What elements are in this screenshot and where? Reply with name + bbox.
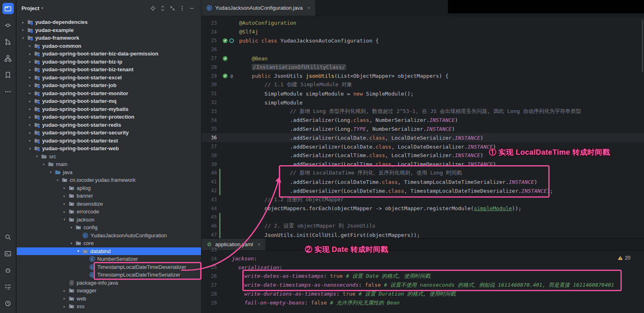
yaml-line-26[interactable]: 26 write-dates-as-timestamps: true # 设置 … [201, 272, 644, 281]
activitybar-more-icon[interactable] [2, 86, 14, 97]
chevron-right-icon[interactable]: ▸ [27, 83, 33, 87]
tree-item-desensitize[interactable]: ▸desensitize [17, 200, 201, 208]
java-line-25[interactable]: 25public class YudaoJacksonAutoConfigura… [201, 36, 644, 45]
yaml-line-25[interactable]: 25 serialization: [201, 263, 644, 272]
tree-item-xss[interactable]: ▸xss [17, 302, 201, 311]
tree-item-yudao-spring-boot-starter-excel[interactable]: ▸yudao-spring-boot-starter-excel [17, 74, 201, 82]
tree-item-timestamplocaldatetimedeserializer[interactable]: CTimestampLocalDateTimeDeserializer [17, 263, 201, 271]
chevron-down-icon[interactable]: ▾ [61, 217, 68, 221]
tree-item-yudao-spring-boot-starter-monitor[interactable]: ▸yudao-spring-boot-starter-monitor [17, 89, 201, 98]
chevron-right-icon[interactable]: ▸ [20, 28, 26, 32]
java-line-29[interactable]: 29@ public JsonUtils jsonUtils(List<Obje… [201, 72, 644, 81]
tree-item-yudao-common[interactable]: ▸yudao-common [17, 42, 201, 50]
tree-item-apilog[interactable]: ▸apilog [17, 184, 201, 192]
java-line-31[interactable]: 31 SimpleModule simpleModule = new Simpl… [201, 89, 644, 98]
tree-item-yudao-spring-boot-starter-biz-tenant[interactable]: ▸yudao-spring-boot-starter-biz-tenant [17, 66, 201, 74]
tab-yudao-jackson-auto-configuration[interactable]: C YudaoJacksonAutoConfiguration.java × [201, 0, 315, 16]
java-line-43[interactable]: 43 // 1.2 注册到 objectMapper [201, 195, 644, 204]
chevron-down-icon[interactable]: ▾ [41, 162, 47, 166]
yaml-line-27[interactable]: 27 write-date-timestamps-as-nanoseconds:… [201, 281, 644, 290]
panel-action-expand-icon[interactable] [158, 4, 167, 13]
chevron-right-icon[interactable]: ▸ [27, 99, 33, 103]
chevron-right-icon[interactable]: ▸ [27, 107, 33, 111]
close-icon[interactable]: × [257, 241, 261, 247]
yaml-line-28[interactable]: 28 write-durations-as-timestamps: true #… [201, 290, 644, 298]
yaml-line-24[interactable]: 24 jackson: [201, 254, 644, 263]
chevron-right-icon[interactable]: ▸ [61, 186, 68, 190]
tree-item-yudao-spring-boot-starter-security[interactable]: ▸yudao-spring-boot-starter-security [17, 129, 201, 137]
tree-item-yudao-spring-boot-starter-biz-data-permission[interactable]: ▸yudao-spring-boot-starter-biz-data-perm… [17, 50, 201, 58]
tree-item-core[interactable]: ▾core [17, 239, 201, 247]
java-line-36[interactable]: 36 .addSerializer(LocalDate.class, Local… [201, 133, 644, 142]
tree-item-yudao-spring-boot-starter-biz-ip[interactable]: ▸yudao-spring-boot-starter-biz-ip [17, 58, 201, 66]
panel-action-locate-icon[interactable] [148, 4, 157, 13]
tree-item-yudaojacksonautoconfiguration[interactable]: CYudaoJacksonAutoConfiguration [17, 232, 201, 240]
activitybar-profiler-icon[interactable] [2, 298, 14, 309]
java-line-39[interactable]: 39 .addDeserializer(LocalTime.class, Loc… [201, 160, 644, 169]
java-line-32[interactable]: 32 simpleModule [201, 98, 644, 107]
java-line-35[interactable]: 35 .addSerializer(Long.TYPE, NumberSeria… [201, 125, 644, 134]
tree-item-yudao-framework[interactable]: ▾yudao-framework [17, 34, 201, 42]
panel-action-hide-icon[interactable] [187, 4, 196, 13]
chevron-down-icon[interactable]: ▾ [54, 178, 61, 182]
java-line-40[interactable]: 40 // 新增 LocalDateTime 序列化、反序列化规则, 使用 Lo… [201, 169, 644, 178]
java-line-27[interactable]: 27 @Bean [201, 54, 644, 63]
close-icon[interactable]: × [307, 5, 310, 11]
chevron-right-icon[interactable]: ▸ [27, 123, 33, 127]
tree-item-yudao-spring-boot-starter-web[interactable]: ▾yudao-spring-boot-starter-web [17, 145, 201, 153]
tree-item-numberserializer[interactable]: CNumberSerializer [17, 255, 201, 263]
java-line-38[interactable]: 38 .addSerializer(LocalTime.class, Local… [201, 151, 644, 160]
activitybar-terminal-icon[interactable] [2, 248, 14, 259]
tree-item-yudao-spring-boot-starter-protection[interactable]: ▸yudao-spring-boot-starter-protection [17, 113, 201, 121]
java-line-37[interactable]: 37 .addDeserializer(LocalDate.class, Loc… [201, 142, 644, 151]
tree-item-yudao-spring-boot-starter-job[interactable]: ▸yudao-spring-boot-starter-job [17, 81, 201, 89]
tree-item-main[interactable]: ▾main [17, 160, 201, 168]
java-line-45[interactable]: 45 [201, 213, 644, 222]
tree-item-cn-iocoder-yudao-framework[interactable]: ▾cn.iocoder.yudao.framework [17, 176, 201, 184]
tree-item-errorcode[interactable]: ▸errorcode [17, 208, 201, 216]
chevron-down-icon[interactable]: ▾ [41, 6, 43, 10]
chevron-down-icon[interactable]: ▾ [68, 226, 75, 230]
tree-item-databind[interactable]: ▾databind [17, 247, 201, 256]
java-line-41[interactable]: 41 .addSerializer(LocalDateTime.class, T… [201, 177, 644, 186]
chevron-right-icon[interactable]: ▸ [27, 91, 33, 95]
java-line-28[interactable]: 28 /InstantiationOfUtilityClass/ [201, 63, 644, 72]
java-line-33[interactable]: 33 // 新增 Long 类型序列化规则, 数值超过 2^53-1, 在 JS… [201, 107, 644, 116]
tree-item-web[interactable]: ▸web [17, 295, 201, 303]
tree-item-yudao-spring-boot-starter-redis[interactable]: ▸yudao-spring-boot-starter-redis [17, 121, 201, 129]
activitybar-project-icon[interactable] [2, 3, 14, 14]
chevron-down-icon[interactable]: ▾ [20, 36, 26, 40]
java-line-47[interactable]: 47 JsonUtils.init(CollUtil.getFirst(obje… [201, 230, 644, 238]
java-line-44[interactable]: 44 objectMappers.forEach(objectMapper ->… [201, 204, 644, 213]
tree-item-yudao-spring-boot-starter-test[interactable]: ▸yudao-spring-boot-starter-test [17, 137, 201, 145]
java-line-23[interactable]: 23@AutoConfiguration [201, 19, 644, 28]
chevron-right-icon[interactable]: ▸ [27, 44, 33, 48]
chevron-right-icon[interactable]: ▸ [27, 68, 33, 72]
tree-item-timestamplocaldatetimeserializer[interactable]: CTimestampLocalDateTimeSerializer [17, 271, 201, 279]
chevron-right-icon[interactable]: ▸ [61, 210, 68, 214]
chevron-down-icon[interactable]: ▾ [27, 147, 33, 151]
activitybar-debug-icon[interactable] [2, 264, 14, 276]
chevron-down-icon[interactable]: ▾ [47, 170, 54, 174]
chevron-down-icon[interactable]: ▾ [34, 154, 40, 158]
activitybar-search-icon[interactable] [2, 231, 14, 243]
java-line-42[interactable]: 42 .addDeserializer(LocalDateTime.class,… [201, 186, 644, 195]
yaml-line-23[interactable]: 23 [201, 245, 644, 254]
chevron-right-icon[interactable]: ▸ [61, 304, 68, 309]
chevron-right-icon[interactable]: ▸ [20, 20, 26, 24]
editor-scrollbar[interactable] [642, 19, 643, 72]
activitybar-todo-icon[interactable] [2, 281, 14, 292]
tree-item-yudao-dependencies[interactable]: ▸yudao-dependencies [17, 18, 201, 26]
tree-item-package-info-java[interactable]: Jpackage-info.java [17, 279, 201, 287]
chevron-right-icon[interactable]: ▸ [61, 296, 68, 300]
java-line-30[interactable]: 30 // 1.1 创建 SimpleModule 对象 [201, 81, 644, 89]
tree-item-yudao-spring-boot-starter-mq[interactable]: ▸yudao-spring-boot-starter-mq [17, 97, 201, 105]
java-line-26[interactable]: 26 [201, 45, 644, 54]
activitybar-bookmarks-icon[interactable] [2, 69, 14, 81]
yaml-line-29[interactable]: 29 fail-on-empty-beans: false # 允许序列化无属性… [201, 298, 644, 307]
java-line-34[interactable]: 34 .addSerializer(Long.class, NumberSeri… [201, 116, 644, 125]
tree-item-config[interactable]: ▾config [17, 224, 201, 232]
tree-item-banner[interactable]: ▸banner [17, 192, 201, 200]
chevron-right-icon[interactable]: ▸ [27, 75, 33, 79]
activitybar-commit-icon[interactable] [2, 19, 14, 31]
